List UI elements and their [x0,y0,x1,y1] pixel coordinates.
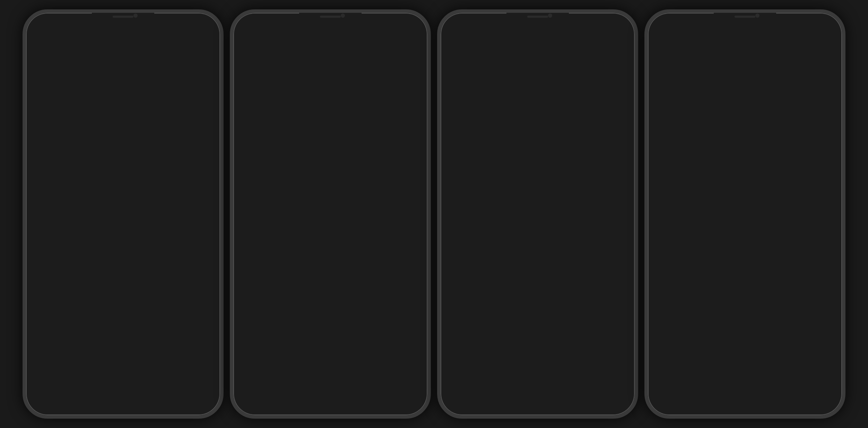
svg-rect-63 [331,398,336,401]
watch-now-icon-3 [471,396,479,403]
svg-rect-36 [264,68,267,72]
svg-point-11 [186,397,191,402]
share-button-2[interactable]: ↑ [419,31,422,38]
see-all-free-series[interactable]: See All [199,129,215,134]
free-series-header: Free Series Premieres See All [26,128,220,137]
movies-pill[interactable]: MOVIES [655,45,687,54]
play-button-2[interactable]: Play [239,165,422,182]
movie-info-2: DISNEY · PIXAR MONSTERS, INC. Animation … [233,131,427,225]
tv-shows-pill[interactable]: TV SHOWS [690,45,729,54]
tab-search-3[interactable]: Search [598,396,609,408]
tab-library-1[interactable]: Library [121,396,132,408]
sports-pill[interactable]: SPORT [731,45,762,54]
apple-tv-plus-label: tv+ [70,48,83,53]
see-all-wtw[interactable]: See All [820,159,835,164]
svg-rect-114 [471,397,479,402]
free-series-subtitle: Watch on Apple TV without a subscription… [26,137,220,146]
tab-watch-now-2[interactable]: Watch Now [259,396,277,408]
g-badge: G [265,204,271,208]
library-icon-3 [537,396,545,403]
svg-point-100 [539,55,547,64]
tab-search-2[interactable]: Search [391,396,402,408]
svg-point-84 [468,54,472,57]
tab-search-label-4: Search [805,404,816,408]
moana-box [172,83,210,118]
tab-library-label-3: Library [536,404,546,408]
svg-rect-10 [124,398,129,401]
svg-point-140 [788,90,792,94]
svg-text:D+: D+ [718,197,721,200]
svg-point-141 [782,95,787,99]
harlem-card[interactable]: GODFATHEROF HARLEM EPIX [125,146,215,177]
category-pills: MOVIES TV SHOWS SPORT [648,45,842,59]
his-dark-materials-card[interactable]: HIS DARKMATERIALS HBO [32,146,121,177]
svg-rect-122 [813,19,814,23]
tab-bar-3: Watch Now Library Search [441,393,635,415]
svg-point-104 [561,58,569,66]
play-button-3[interactable]: Play [446,165,629,182]
svg-rect-2 [189,19,190,23]
up-next-section: Up Next [648,59,842,157]
status-bar-3: 4:08 [441,13,635,26]
explore-magic: Explore the Magic [89,104,116,108]
p4-main-title: Watch Now [655,28,714,41]
tab-bar-1: Watch Now Library Search [26,393,220,415]
back-button-3[interactable]: Disney+ [446,31,469,37]
svg-point-35 [263,60,273,67]
phone-2: 4:08 [230,9,431,419]
page-title-1: Watch Now [26,26,220,38]
4k-badge: 4K [274,204,281,208]
up-next-label: Up Next [655,59,835,67]
svg-rect-67 [602,19,604,23]
tab-library-4[interactable]: Library [743,396,754,408]
tab-library-3[interactable]: Library [536,396,546,408]
svg-point-117 [601,397,605,402]
svg-rect-68 [604,19,605,23]
movie-desc-2: Monsters Incorporated is the largest sca… [239,187,422,200]
user-avatar[interactable] [822,27,835,41]
phone-4: 4:08 Watch Now [644,9,845,419]
svg-rect-129 [695,47,700,50]
svg-point-102 [506,58,515,66]
toast-message: Added to Up Next [516,226,559,232]
disney-banner[interactable]: Disney+ Is Here Disney+ Explore the Magi… [32,68,215,122]
share-button-3[interactable]: ↑ [626,31,629,38]
hdm-title: HIS DARKMATERIALS [35,153,57,161]
add-button[interactable]: + ADD [390,29,415,39]
svg-text:STAR WARS: STAR WARS [675,198,689,200]
tab-library-label-4: Library [743,404,754,408]
what-to-watch-header: What to Watch See All [648,157,842,168]
svg-rect-71 [624,20,625,22]
svg-rect-0 [186,20,188,23]
svg-point-31 [261,54,264,57]
up-next-movie-sub: RECENTLY ADDED [655,148,835,152]
svg-text:THE MORNING: THE MORNING [767,197,784,200]
svg-rect-90 [475,69,478,72]
tab-search-4[interactable]: Search [805,396,816,408]
added-button[interactable]: ✓ ADDED [590,29,622,39]
show-cards: HIS DARKMATERIALS HBO GODFATHEROF HARLEM… [26,146,220,177]
svg-point-139 [779,90,782,94]
apple-tv-channels-card[interactable]: tv cl [125,38,215,63]
up-next-card[interactable]: DISNEY · PIXAR MONSTERS, INC. D+ [655,71,835,140]
tab-library-2[interactable]: Library [328,396,339,408]
svg-rect-14 [395,19,396,23]
tab-watch-now-3[interactable]: Watch Now [466,396,484,408]
status-bar-2: 4:08 [233,13,427,26]
svg-rect-66 [601,20,602,23]
movie-title-3: MONSTERS, INC. [446,142,629,153]
svg-rect-69 [605,19,606,23]
apple-tv-plus-card[interactable]: tv+ [32,38,121,63]
more-link-2[interactable]: more [317,194,328,199]
brand-label-3: DISNEY · PIXAR [446,136,480,140]
mandalorian-card[interactable]: STAR WARS THE MANDALORIAN D+ [655,168,743,203]
tab-watch-now-1[interactable]: Watch Now [52,396,69,408]
disney-logo-text: Disney+ [88,93,117,102]
tab-watch-now-4[interactable]: Watch Now [674,396,691,408]
tab-watch-now-label-4: Watch Now [674,404,691,408]
tab-search-1[interactable]: Search [183,396,194,408]
time-2: 4:08 [243,18,254,24]
svg-point-88 [470,60,480,67]
back-button-2[interactable]: Disney+ [239,31,262,37]
morning-show-card[interactable]: THE MORNING SHOW [747,168,835,203]
